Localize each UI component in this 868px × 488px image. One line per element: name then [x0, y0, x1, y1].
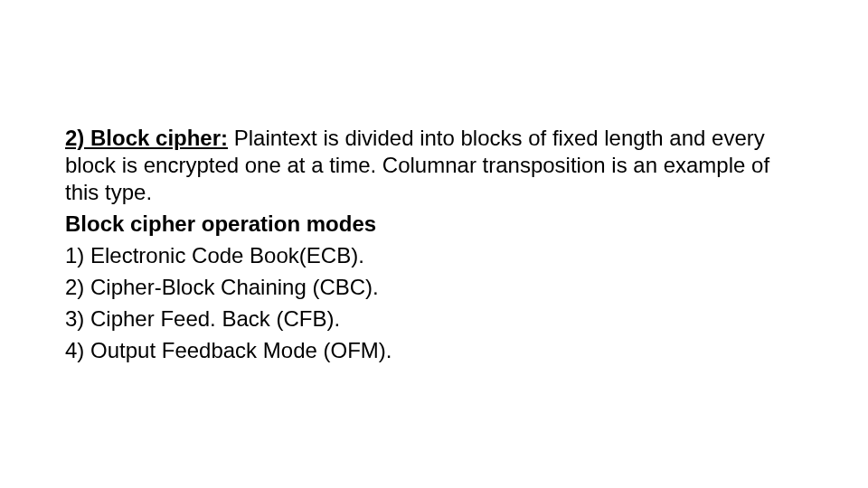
list-item: 3) Cipher Feed. Back (CFB).: [65, 305, 796, 333]
heading-block-cipher: 2) Block cipher:: [65, 126, 228, 150]
paragraph-block-cipher: 2) Block cipher: Plaintext is divided in…: [65, 125, 796, 206]
list-item: 1) Electronic Code Book(ECB).: [65, 242, 796, 269]
list-item: 4) Output Feedback Mode (OFM).: [65, 337, 796, 364]
list-item: 2) Cipher-Block Chaining (CBC).: [65, 274, 796, 301]
slide-body: 2) Block cipher: Plaintext is divided in…: [0, 0, 868, 488]
heading-operation-modes: Block cipher operation modes: [65, 211, 796, 238]
